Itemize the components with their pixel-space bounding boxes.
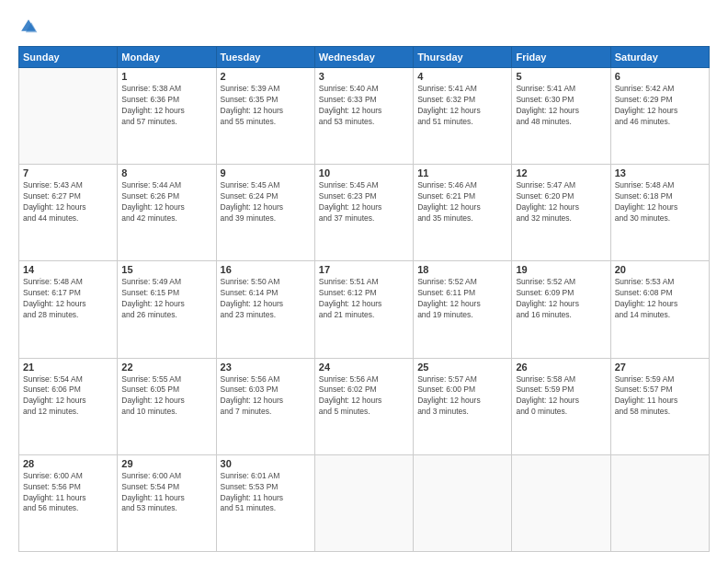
day-info: Sunrise: 5:48 AM Sunset: 6:18 PM Dayligh… [615, 180, 705, 224]
day-number: 22 [121, 362, 211, 373]
day-number: 14 [23, 264, 113, 275]
calendar-week-row: 1Sunrise: 5:38 AM Sunset: 6:36 PM Daylig… [19, 68, 710, 165]
calendar-week-row: 28Sunrise: 6:00 AM Sunset: 5:56 PM Dayli… [19, 454, 710, 551]
calendar-cell: 2Sunrise: 5:39 AM Sunset: 6:35 PM Daylig… [216, 68, 314, 165]
day-number: 30 [221, 458, 311, 469]
calendar-cell: 23Sunrise: 5:56 AM Sunset: 6:03 PM Dayli… [216, 358, 314, 454]
day-info: Sunrise: 5:38 AM Sunset: 6:36 PM Dayligh… [121, 84, 211, 128]
calendar-week-row: 14Sunrise: 5:48 AM Sunset: 6:17 PM Dayli… [19, 261, 710, 358]
day-info: Sunrise: 6:00 AM Sunset: 5:56 PM Dayligh… [23, 471, 113, 515]
calendar-cell: 3Sunrise: 5:40 AM Sunset: 6:33 PM Daylig… [314, 68, 413, 165]
day-number: 27 [615, 362, 705, 373]
calendar-day-header: Monday [118, 47, 216, 68]
day-number: 12 [516, 167, 606, 178]
day-info: Sunrise: 5:51 AM Sunset: 6:12 PM Dayligh… [319, 277, 409, 321]
day-number: 6 [615, 71, 705, 82]
calendar-cell: 26Sunrise: 5:58 AM Sunset: 5:59 PM Dayli… [512, 358, 610, 454]
calendar-day-header: Thursday [414, 47, 512, 68]
day-info: Sunrise: 5:41 AM Sunset: 6:32 PM Dayligh… [417, 84, 507, 128]
calendar-day-header: Friday [512, 47, 610, 68]
calendar-cell: 15Sunrise: 5:49 AM Sunset: 6:15 PM Dayli… [118, 261, 216, 358]
day-number: 24 [319, 362, 409, 373]
day-number: 18 [417, 264, 507, 275]
day-info: Sunrise: 5:56 AM Sunset: 6:03 PM Dayligh… [221, 374, 311, 419]
day-info: Sunrise: 5:52 AM Sunset: 6:11 PM Dayligh… [417, 277, 507, 321]
day-info: Sunrise: 5:52 AM Sunset: 6:09 PM Dayligh… [516, 277, 606, 321]
calendar-cell: 19Sunrise: 5:52 AM Sunset: 6:09 PM Dayli… [512, 261, 610, 358]
calendar-cell: 9Sunrise: 5:45 AM Sunset: 6:24 PM Daylig… [216, 165, 314, 261]
day-number: 2 [221, 71, 311, 82]
calendar-week-row: 7Sunrise: 5:43 AM Sunset: 6:27 PM Daylig… [19, 165, 710, 261]
day-info: Sunrise: 6:00 AM Sunset: 5:54 PM Dayligh… [121, 471, 211, 515]
day-info: Sunrise: 5:57 AM Sunset: 6:00 PM Dayligh… [417, 374, 507, 419]
calendar-day-header: Sunday [19, 47, 118, 68]
calendar-cell: 20Sunrise: 5:53 AM Sunset: 6:08 PM Dayli… [610, 261, 709, 358]
page: SundayMondayTuesdayWednesdayThursdayFrid… [0, 0, 728, 563]
day-number: 28 [23, 458, 113, 469]
calendar-cell: 21Sunrise: 5:54 AM Sunset: 6:06 PM Dayli… [19, 358, 118, 454]
calendar-day-header: Tuesday [216, 47, 314, 68]
calendar-cell: 28Sunrise: 6:00 AM Sunset: 5:56 PM Dayli… [19, 454, 118, 551]
day-number: 26 [516, 362, 606, 373]
day-info: Sunrise: 5:41 AM Sunset: 6:30 PM Dayligh… [516, 84, 606, 128]
day-number: 19 [516, 264, 606, 275]
header [18, 17, 710, 37]
day-info: Sunrise: 5:50 AM Sunset: 6:14 PM Dayligh… [221, 277, 311, 321]
calendar-cell [610, 454, 709, 551]
day-info: Sunrise: 5:45 AM Sunset: 6:24 PM Dayligh… [221, 180, 311, 224]
calendar-cell: 6Sunrise: 5:42 AM Sunset: 6:29 PM Daylig… [610, 68, 709, 165]
calendar-cell [314, 454, 413, 551]
day-info: Sunrise: 5:58 AM Sunset: 5:59 PM Dayligh… [516, 374, 606, 419]
day-number: 5 [516, 71, 606, 82]
day-number: 15 [121, 264, 211, 275]
day-number: 25 [417, 362, 507, 373]
calendar-cell: 29Sunrise: 6:00 AM Sunset: 5:54 PM Dayli… [118, 454, 216, 551]
day-number: 8 [121, 167, 211, 178]
calendar-cell [19, 68, 118, 165]
calendar-day-header: Wednesday [314, 47, 413, 68]
day-info: Sunrise: 5:40 AM Sunset: 6:33 PM Dayligh… [319, 84, 409, 128]
calendar-cell: 30Sunrise: 6:01 AM Sunset: 5:53 PM Dayli… [216, 454, 314, 551]
day-info: Sunrise: 5:54 AM Sunset: 6:06 PM Dayligh… [23, 374, 113, 419]
calendar-cell: 24Sunrise: 5:56 AM Sunset: 6:02 PM Dayli… [314, 358, 413, 454]
day-info: Sunrise: 5:39 AM Sunset: 6:35 PM Dayligh… [221, 84, 311, 128]
calendar-cell [512, 454, 610, 551]
day-info: Sunrise: 5:43 AM Sunset: 6:27 PM Dayligh… [23, 180, 113, 224]
calendar-day-header: Saturday [610, 47, 709, 68]
calendar-cell: 5Sunrise: 5:41 AM Sunset: 6:30 PM Daylig… [512, 68, 610, 165]
calendar-cell: 22Sunrise: 5:55 AM Sunset: 6:05 PM Dayli… [118, 358, 216, 454]
day-number: 17 [319, 264, 409, 275]
calendar-cell: 25Sunrise: 5:57 AM Sunset: 6:00 PM Dayli… [414, 358, 512, 454]
day-info: Sunrise: 5:53 AM Sunset: 6:08 PM Dayligh… [615, 277, 705, 321]
calendar-cell: 7Sunrise: 5:43 AM Sunset: 6:27 PM Daylig… [19, 165, 118, 261]
calendar-cell: 16Sunrise: 5:50 AM Sunset: 6:14 PM Dayli… [216, 261, 314, 358]
day-number: 1 [121, 71, 211, 82]
day-number: 16 [221, 264, 311, 275]
day-number: 21 [23, 362, 113, 373]
day-number: 29 [121, 458, 211, 469]
day-number: 9 [221, 167, 311, 178]
calendar-week-row: 21Sunrise: 5:54 AM Sunset: 6:06 PM Dayli… [19, 358, 710, 454]
calendar-cell: 17Sunrise: 5:51 AM Sunset: 6:12 PM Dayli… [314, 261, 413, 358]
calendar-cell: 8Sunrise: 5:44 AM Sunset: 6:26 PM Daylig… [118, 165, 216, 261]
day-number: 11 [417, 167, 507, 178]
day-info: Sunrise: 5:42 AM Sunset: 6:29 PM Dayligh… [615, 84, 705, 128]
calendar-cell: 14Sunrise: 5:48 AM Sunset: 6:17 PM Dayli… [19, 261, 118, 358]
day-info: Sunrise: 5:48 AM Sunset: 6:17 PM Dayligh… [23, 277, 113, 321]
calendar-cell: 4Sunrise: 5:41 AM Sunset: 6:32 PM Daylig… [414, 68, 512, 165]
logo [18, 17, 42, 37]
day-number: 23 [221, 362, 311, 373]
day-number: 3 [319, 71, 409, 82]
day-info: Sunrise: 5:59 AM Sunset: 5:57 PM Dayligh… [615, 374, 705, 419]
day-number: 7 [23, 167, 113, 178]
day-number: 10 [319, 167, 409, 178]
day-info: Sunrise: 6:01 AM Sunset: 5:53 PM Dayligh… [221, 471, 311, 515]
calendar-cell: 13Sunrise: 5:48 AM Sunset: 6:18 PM Dayli… [610, 165, 709, 261]
day-info: Sunrise: 5:47 AM Sunset: 6:20 PM Dayligh… [516, 180, 606, 224]
calendar-cell: 12Sunrise: 5:47 AM Sunset: 6:20 PM Dayli… [512, 165, 610, 261]
calendar-cell: 11Sunrise: 5:46 AM Sunset: 6:21 PM Dayli… [414, 165, 512, 261]
day-info: Sunrise: 5:46 AM Sunset: 6:21 PM Dayligh… [417, 180, 507, 224]
day-info: Sunrise: 5:44 AM Sunset: 6:26 PM Dayligh… [121, 180, 211, 224]
calendar-cell: 18Sunrise: 5:52 AM Sunset: 6:11 PM Dayli… [414, 261, 512, 358]
day-number: 4 [417, 71, 507, 82]
